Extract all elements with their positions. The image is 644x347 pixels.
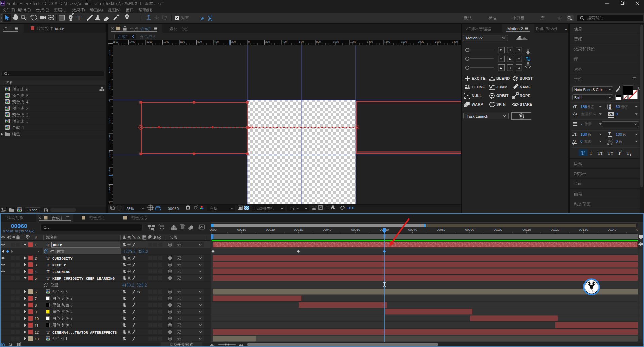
svg-text:NULL: NULL [472, 94, 482, 98]
svg-text:200: 200 [231, 40, 236, 43]
svg-text:LEARNING: LEARNING [52, 270, 70, 274]
svg-text:Task Launch: Task Launch [467, 114, 488, 118]
svg-text:0: 0 [616, 112, 618, 116]
svg-text:00120: 00120 [551, 228, 559, 231]
svg-text:00030: 00030 [294, 228, 303, 231]
svg-text:100: 100 [616, 132, 622, 136]
svg-text:T: T [77, 14, 81, 22]
svg-text:2: 2 [35, 256, 37, 260]
svg-text:ROPE: ROPE [520, 94, 530, 98]
svg-text:TT: TT [598, 151, 603, 156]
svg-text:KEEP: KEEP [55, 27, 64, 31]
svg-text:138: 138 [580, 105, 587, 109]
svg-text:T: T [608, 131, 611, 136]
svg-text:T: T [581, 150, 585, 156]
svg-text:T: T [47, 276, 50, 281]
svg-text:1800: 1800 [401, 40, 407, 43]
svg-text:00040: 00040 [323, 228, 331, 231]
svg-text:0: 0 [616, 139, 618, 143]
svg-text:800: 800 [180, 40, 185, 43]
svg-text:JUMP: JUMP [496, 85, 507, 89]
svg-text:0: 0 [109, 53, 110, 56]
svg-text:A: A [575, 112, 578, 116]
svg-text:00110: 00110 [522, 228, 531, 231]
svg-text:0: 0 [109, 100, 110, 103]
svg-text:VA: VA [609, 112, 613, 116]
svg-text:0: 0 [109, 70, 110, 73]
svg-text:00090: 00090 [465, 228, 474, 231]
svg-text:1200: 1200 [350, 40, 356, 43]
svg-text:1000: 1000 [333, 40, 339, 43]
svg-text:T: T [574, 104, 577, 109]
svg-text:0000: 0000 [209, 228, 216, 231]
svg-text:Motion 2: Motion 2 [507, 27, 523, 31]
svg-text:1400: 1400 [129, 40, 135, 43]
svg-text:BURST: BURST [520, 76, 533, 80]
svg-text:5: 5 [35, 276, 37, 280]
svg-text:fx: fx [137, 290, 140, 294]
svg-text:%: % [619, 139, 622, 143]
svg-text:00020: 00020 [266, 228, 275, 231]
svg-text:fx: fx [137, 235, 141, 240]
svg-text:Ae: Ae [1, 2, 4, 5]
svg-text:00060: 00060 [11, 223, 27, 229]
svg-text:10: 10 [35, 317, 39, 321]
svg-text:SPIN: SPIN [496, 102, 506, 106]
svg-text:»: » [558, 16, 560, 21]
svg-text:4: 4 [35, 270, 37, 274]
svg-text:0: 0 [248, 40, 250, 43]
svg-text:25%: 25% [126, 207, 134, 211]
svg-text:30: 30 [616, 105, 620, 109]
svg-text:00100: 00100 [494, 228, 502, 231]
svg-text:STARE: STARE [520, 102, 532, 106]
svg-text:EXCITE: EXCITE [472, 76, 486, 80]
svg-text:11: 11 [35, 323, 38, 328]
svg-text:7: 7 [35, 297, 37, 301]
svg-text:13: 13 [35, 337, 39, 341]
svg-text:3: 3 [35, 263, 37, 267]
svg-text:600: 600 [197, 40, 202, 43]
svg-text:0: 0 [109, 121, 110, 124]
svg-text:00080: 00080 [437, 228, 445, 231]
svg-text:T: T [47, 330, 50, 335]
svg-text:0: 0 [580, 139, 582, 143]
svg-text:-: - [581, 122, 582, 126]
svg-text:T: T [590, 150, 592, 156]
svg-text:T: T [47, 242, 50, 247]
svg-text:+0.0: +0.0 [347, 206, 354, 210]
svg-text:100: 100 [580, 132, 587, 136]
svg-text:400: 400 [282, 40, 287, 43]
svg-text:1600: 1600 [384, 40, 390, 43]
svg-text:WARP: WARP [472, 102, 483, 106]
svg-text:A: A [609, 106, 611, 110]
svg-text:1000: 1000 [163, 40, 169, 43]
svg-text:%: % [623, 132, 626, 136]
svg-text:1400: 1400 [367, 40, 373, 43]
svg-text:T: T [47, 269, 50, 274]
svg-text:00050: 00050 [351, 228, 360, 231]
svg-text:KEEP CURIOSITY KEEP LEARNING: KEEP CURIOSITY KEEP LEARNING [52, 277, 115, 281]
svg-text:00010: 00010 [237, 228, 246, 231]
svg-text:T: T [47, 256, 50, 261]
svg-text:1: 1 [35, 243, 37, 247]
svg-text:2000: 2000 [418, 40, 424, 43]
svg-text:00070: 00070 [408, 228, 417, 231]
svg-text:KEEP: KEEP [53, 243, 62, 247]
svg-text:0: 0 [109, 172, 110, 175]
svg-text:8 bpc: 8 bpc [29, 208, 37, 212]
svg-text:A: A [572, 140, 575, 143]
svg-text:00140: 00140 [608, 228, 616, 231]
svg-text:0: 0 [109, 87, 110, 90]
svg-text:a: a [575, 139, 576, 142]
svg-text:NAME: NAME [520, 85, 531, 89]
svg-text:T: T [47, 262, 50, 267]
svg-text:6: 6 [35, 290, 37, 294]
svg-text:»: » [565, 27, 567, 32]
svg-text:CINEMA4...TRATOR AFTEREFFECTS: CINEMA4...TRATOR AFTEREFFECTS [52, 331, 117, 335]
svg-text:CLONE: CLONE [472, 85, 485, 89]
svg-text:0: 0 [109, 138, 110, 141]
svg-text:1: 1 [621, 150, 623, 153]
svg-text:#: # [35, 235, 37, 240]
svg-text:00130: 00130 [579, 228, 588, 231]
svg-text:Bold: Bold [574, 96, 582, 100]
